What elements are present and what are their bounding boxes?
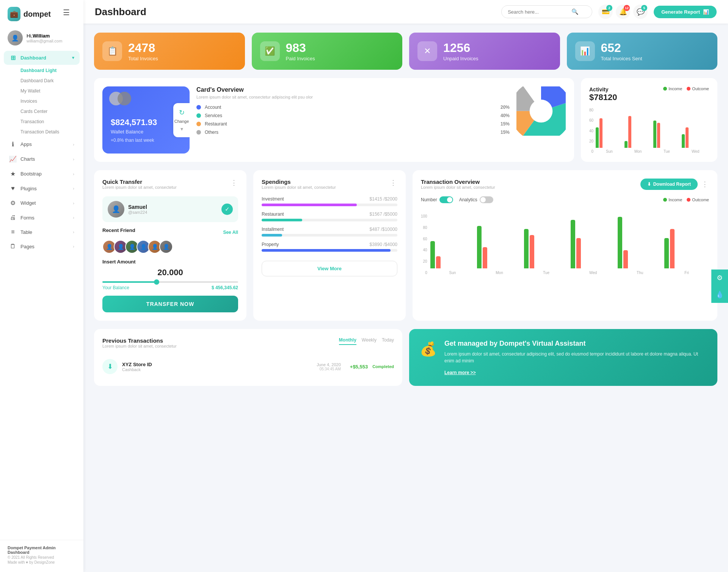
- txn-x-labels: Sun Mon Tue Wed Thu Fri: [430, 271, 709, 275]
- number-toggle-switch[interactable]: [439, 196, 453, 203]
- change-card-button[interactable]: ↻ Change ▾: [173, 103, 190, 137]
- search-input[interactable]: [508, 9, 568, 15]
- transfer-now-button[interactable]: TRANSFER NOW: [102, 296, 238, 312]
- view-more-button[interactable]: View More: [262, 261, 397, 276]
- footer-made: Made with ♥ by DesignZone: [8, 560, 76, 564]
- bar-group-sun: [596, 118, 623, 148]
- quick-transfer-header: Quick Transfer Lorem ipsum dolor sit ame…: [102, 179, 238, 195]
- amount-slider[interactable]: [102, 281, 238, 283]
- sidebar-item-label: Plugins: [20, 186, 69, 191]
- txn-chart: 100 80 60 40 20 0: [421, 208, 709, 275]
- sidebar-item-label: Pages: [20, 244, 69, 249]
- sidebar-item-plugins[interactable]: ♥ Plugins ›: [4, 182, 80, 195]
- submenu-item-my-wallet[interactable]: My Wallet: [17, 86, 80, 96]
- investment-bar: [262, 204, 397, 206]
- activity-bars-wrap: Sun Mon Tue Wed: [596, 106, 709, 154]
- outcome-bar-sun: [436, 256, 441, 268]
- txn-title-group: Transaction Overview Lorem ipsum dolor s…: [421, 179, 495, 195]
- services-label: Services: [205, 113, 497, 118]
- analytics-toggle-switch[interactable]: [480, 196, 493, 203]
- generate-report-label: Generate Report: [661, 9, 700, 15]
- total-invoices-number: 2478: [128, 41, 158, 55]
- stats-row: 📋 2478 Total Invoices ✅ 983 Paid Invoice…: [94, 33, 717, 70]
- va-learn-more-link[interactable]: Learn more >>: [444, 370, 476, 375]
- submenu-item-invoices[interactable]: Invoices: [17, 96, 80, 106]
- submenu-item-transaction[interactable]: Transaction: [17, 117, 80, 127]
- stat-card-total-sent: 📊 652 Total Invoices Sent: [567, 33, 718, 70]
- bell-icon-btn[interactable]: 🔔 12: [616, 5, 630, 19]
- x-label-thu: Thu: [618, 271, 662, 275]
- user-info: Hi,William william@gmail.com: [27, 33, 62, 43]
- restaurant-spending-label: Restaurant: [262, 212, 284, 217]
- analytics-toggle-group: Analytics: [459, 196, 493, 203]
- spending-item-investment: Investment $1415 /$2000: [262, 196, 397, 206]
- tab-weekly[interactable]: Weekly: [362, 337, 377, 345]
- outcome-legend-dot: [687, 87, 690, 91]
- sidebar-item-forms[interactable]: 🖨 Forms ›: [4, 211, 80, 224]
- avatar: 👤: [8, 30, 23, 45]
- sidebar-item-apps[interactable]: ℹ Apps ›: [4, 137, 80, 151]
- spendings-menu-icon[interactable]: ⋮: [390, 179, 397, 187]
- chat-icon-btn[interactable]: 💬 5: [633, 5, 648, 19]
- bell-badge: 12: [624, 5, 630, 11]
- installment-fill: [262, 234, 282, 237]
- y-label-60: 60: [589, 118, 593, 122]
- x-label-sun: Sun: [430, 271, 475, 275]
- submenu-item-dashboard-light[interactable]: Dashboard Light: [17, 66, 80, 75]
- va-text: Get managed by Dompet's Virtual Assistan…: [444, 340, 707, 375]
- txn-income-label: Income: [668, 197, 682, 202]
- txn-menu-icon[interactable]: ⋮: [701, 180, 709, 188]
- friend-avatar-6[interactable]: 👤: [159, 240, 173, 254]
- outcome-bar-tue: [530, 235, 534, 268]
- settings-float-button[interactable]: ⚙: [711, 270, 728, 286]
- prev-title-group: Previous Transactions Lorem ipsum dolor …: [102, 337, 177, 354]
- quick-transfer-menu-icon[interactable]: ⋮: [231, 179, 238, 187]
- total-invoices-label: Total Invoices: [128, 56, 158, 61]
- header: Dashboard 🔍 💳 2 🔔 12 💬 5 Generate Report…: [83, 0, 728, 24]
- property-bar: [262, 249, 397, 252]
- submenu-item-cards-center[interactable]: Cards Center: [17, 107, 80, 116]
- samuel-avatar: 👤: [108, 201, 124, 218]
- outcome-bar-mon: [483, 247, 487, 268]
- sidebar: dompet ☰ 👤 Hi,William william@gmail.com …: [0, 0, 83, 572]
- generate-report-button[interactable]: Generate Report 📊: [654, 6, 717, 18]
- sidebar-item-pages[interactable]: 🗒 Pages ›: [4, 240, 80, 253]
- unpaid-invoices-icon: ✕: [417, 41, 437, 61]
- tab-monthly[interactable]: Monthly: [339, 337, 356, 345]
- wallet-icon-btn[interactable]: 💳 2: [598, 5, 613, 19]
- transfer-user-handle: @sam224: [128, 210, 147, 215]
- sidebar-item-charts[interactable]: 📈 Charts ›: [4, 152, 80, 166]
- x-label-tue: Tue: [653, 149, 681, 154]
- txn-type: Cashback: [122, 367, 152, 372]
- hamburger-icon[interactable]: ☰: [57, 8, 76, 17]
- cards-items: Account 20% Services 40% Restaurant 15%: [196, 105, 510, 135]
- restaurant-bar: [262, 219, 397, 221]
- search-icon: 🔍: [571, 8, 579, 15]
- download-report-button[interactable]: ⬇ Download Report: [640, 179, 698, 190]
- sidebar-item-table[interactable]: ≡ Table ›: [4, 225, 80, 239]
- submenu-item-dashboard-dark[interactable]: Dashboard Dark: [17, 76, 80, 86]
- outcome-bar-sun: [599, 118, 602, 148]
- chevron-right-icon: ›: [73, 142, 74, 147]
- bar-group-fri: [664, 229, 709, 268]
- txn-info: XYZ Store ID Cashback: [122, 362, 152, 372]
- va-description: Lorem ipsum dolor sit amet, consectetur …: [444, 351, 707, 364]
- submenu-item-transaction-details[interactable]: Transaction Details: [17, 127, 80, 137]
- sidebar-item-widget[interactable]: ⚙ Widget ›: [4, 196, 80, 210]
- va-title: Get managed by Dompet's Virtual Assistan…: [444, 340, 707, 348]
- chevron-right-icon: ›: [73, 201, 74, 205]
- slider-thumb[interactable]: [154, 279, 159, 285]
- transfer-btn-label: TRANSFER NOW: [146, 301, 194, 307]
- search-box[interactable]: 🔍: [501, 5, 592, 18]
- activity-amount: $78120: [589, 92, 617, 102]
- tab-today[interactable]: Today: [382, 337, 394, 345]
- sidebar-item-dashboard[interactable]: ⊞ Dashboard ▾: [4, 51, 80, 65]
- balance-row: Your Balance $ 456,345.62: [102, 285, 238, 290]
- transaction-overview-panel: Transaction Overview Lorem ipsum dolor s…: [413, 170, 717, 321]
- total-sent-label: Total Invoices Sent: [601, 56, 642, 61]
- see-all-link[interactable]: See All: [223, 230, 238, 235]
- outcome-bar-thu: [623, 250, 628, 268]
- water-float-button[interactable]: 💧: [711, 286, 728, 303]
- change-btn-label: Change: [174, 119, 189, 124]
- sidebar-item-bootstrap[interactable]: ★ Bootstrap ›: [4, 167, 80, 181]
